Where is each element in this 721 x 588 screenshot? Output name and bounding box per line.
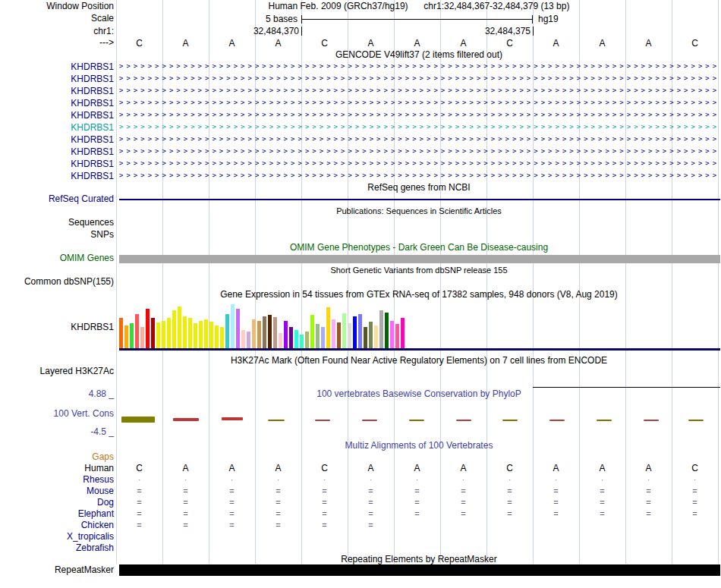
gtex-expression-bar[interactable] [215,325,219,348]
gtex-expression-bar[interactable] [119,318,123,348]
gene-transcript[interactable]: >>>>>>>>>>>>>>>>>>>>>>>>>>>>>>>>>>>>>>>>… [119,121,719,134]
repeatmasker-label[interactable]: RepeatMasker [0,565,114,575]
gtex-expression-bar[interactable] [151,318,155,348]
gtex-expression-bar[interactable] [390,321,394,348]
gtex-expression-bar[interactable] [401,318,405,348]
gtex-expression-bar[interactable] [364,327,367,348]
gene-transcript[interactable]: >>>>>>>>>>>>>>>>>>>>>>>>>>>>>>>>>>>>>>>>… [119,170,719,182]
gtex-expression-bar[interactable] [204,319,208,348]
gtex-expression-bar[interactable] [300,335,304,348]
gtex-expression-bar[interactable] [209,322,213,348]
gene-label[interactable]: KHDRBS1 [0,123,114,133]
multiz-track-title[interactable]: Multiz Alignments of 100 Vertebrates [119,441,719,451]
gtex-expression-bar[interactable] [247,332,250,348]
gene-label[interactable]: KHDRBS1 [0,99,114,108]
gene-transcript[interactable]: >>>>>>>>>>>>>>>>>>>>>>>>>>>>>>>>>>>>>>>>… [119,97,719,109]
species-label[interactable]: Rhesus [0,475,114,485]
gtex-expression-bar[interactable] [310,315,314,348]
gtex-expression-bar[interactable] [162,321,165,348]
gene-label[interactable]: KHDRBS1 [0,159,114,169]
gene-transcript[interactable]: >>>>>>>>>>>>>>>>>>>>>>>>>>>>>>>>>>>>>>>>… [119,73,719,85]
gtex-gene-label[interactable]: KHDRBS1 [0,322,114,332]
gtex-expression-bar[interactable] [263,316,266,348]
gene-transcript[interactable]: >>>>>>>>>>>>>>>>>>>>>>>>>>>>>>>>>>>>>>>>… [119,61,719,73]
gtex-expression-bar[interactable] [236,309,240,348]
gtex-expression-bar[interactable] [178,307,181,348]
gtex-expression-bar[interactable] [337,322,341,348]
gene-label[interactable]: KHDRBS1 [0,74,114,84]
common-dbsnp-label[interactable]: Common dbSNP(155) [0,277,114,287]
gtex-expression-bar[interactable] [252,319,256,348]
species-label[interactable]: Human [0,464,114,473]
gene-transcript[interactable]: >>>>>>>>>>>>>>>>>>>>>>>>>>>>>>>>>>>>>>>>… [119,109,719,121]
gtex-expression-bar[interactable] [268,315,272,348]
gtex-expression-bar[interactable] [257,321,261,348]
gtex-expression-bar[interactable] [374,325,378,348]
gene-label[interactable]: KHDRBS1 [0,135,114,145]
gtex-expression-bar[interactable] [289,327,293,348]
repeatmasker-item[interactable] [119,564,720,576]
gtex-expression-bar[interactable] [369,322,373,348]
gtex-expression-bar[interactable] [225,314,229,348]
gtex-expression-bar[interactable] [294,330,298,348]
gtex-expression-bar[interactable] [241,330,245,348]
omim-track-title[interactable]: OMIM Gene Phenotypes - Dark Green Can Be… [119,243,719,253]
species-label[interactable]: Chicken [0,520,114,530]
species-label[interactable]: Zebrafish [0,543,114,553]
gtex-expression-bar[interactable] [395,324,399,348]
gtex-expression-bar[interactable] [140,327,144,348]
omim-gene-item[interactable] [119,255,720,263]
sequences-label[interactable]: Sequences [0,218,114,228]
gtex-expression-bar[interactable] [146,309,150,348]
gtex-expression-bar[interactable] [305,332,309,348]
gtex-track-title[interactable]: Gene Expression in 54 tissues from GTEx … [119,290,719,300]
gtex-expression-bar[interactable] [188,318,192,348]
gtex-expression-bar[interactable] [220,327,224,348]
gencode-track-title[interactable]: GENCODE V49lift37 (2 items filtered out) [119,50,719,60]
gtex-expression-bar[interactable] [172,310,176,348]
gtex-expression-bar[interactable] [279,333,282,348]
gtex-expression-bar[interactable] [273,317,277,348]
gtex-expression-bar[interactable] [156,322,160,348]
snps-label[interactable]: SNPs [0,230,114,240]
gtex-expression-bar[interactable] [231,304,235,348]
gene-transcript[interactable]: >>>>>>>>>>>>>>>>>>>>>>>>>>>>>>>>>>>>>>>>… [119,146,719,158]
gtex-expression-bar[interactable] [358,314,362,348]
gtex-expression-bar[interactable] [167,318,171,348]
gtex-expression-bar[interactable] [332,319,335,348]
species-label[interactable]: Dog [0,498,114,508]
publications-track-title[interactable]: Publications: Sequences in Scientific Ar… [119,206,719,216]
species-label[interactable]: X_tropicalis [0,532,114,542]
layered-h3k27ac-label[interactable]: Layered H3K27Ac [0,366,114,376]
gtex-expression-bar[interactable] [353,316,357,348]
gene-transcript[interactable]: >>>>>>>>>>>>>>>>>>>>>>>>>>>>>>>>>>>>>>>>… [119,158,719,170]
gtex-expression-bar[interactable] [199,321,203,348]
h3k27ac-track-title[interactable]: H3K27Ac Mark (Often Found Near Active Re… [119,356,719,366]
gene-label[interactable]: KHDRBS1 [0,111,114,121]
gtex-expression-bar[interactable] [326,307,330,348]
species-label[interactable]: Mouse [0,486,114,496]
gtex-expression-bar[interactable] [342,313,346,348]
gtex-expression-bar[interactable] [379,310,383,348]
gene-transcript[interactable]: >>>>>>>>>>>>>>>>>>>>>>>>>>>>>>>>>>>>>>>>… [119,134,719,146]
gtex-expression-bar[interactable] [194,323,197,348]
omim-genes-label[interactable]: OMIM Genes [0,253,114,263]
refseq-curated-label[interactable]: RefSeq Curated [0,194,114,204]
gtex-expression-bar[interactable] [130,323,134,348]
species-label[interactable]: Elephant [0,509,114,519]
gtex-expression-bar[interactable] [284,321,288,348]
species-label[interactable]: Gaps [0,452,114,462]
vert-cons-label[interactable]: 100 Vert. Cons [0,409,114,419]
gene-label[interactable]: KHDRBS1 [0,62,114,72]
gtex-expression-bar[interactable] [316,324,320,348]
gtex-expression-bar[interactable] [124,325,128,348]
refseq-curated-item[interactable] [119,199,720,200]
gene-transcript[interactable]: >>>>>>>>>>>>>>>>>>>>>>>>>>>>>>>>>>>>>>>>… [119,85,719,97]
gtex-expression-bar[interactable] [385,313,389,348]
gtex-expression-bar[interactable] [321,327,325,348]
refseq-track-title[interactable]: RefSeq genes from NCBI [119,183,719,193]
gtex-expression-bar[interactable] [348,323,351,348]
gtex-expression-bar[interactable] [183,316,187,348]
gene-label[interactable]: KHDRBS1 [0,171,114,181]
repeatmasker-track-title[interactable]: Repeating Elements by RepeatMasker [119,555,719,564]
